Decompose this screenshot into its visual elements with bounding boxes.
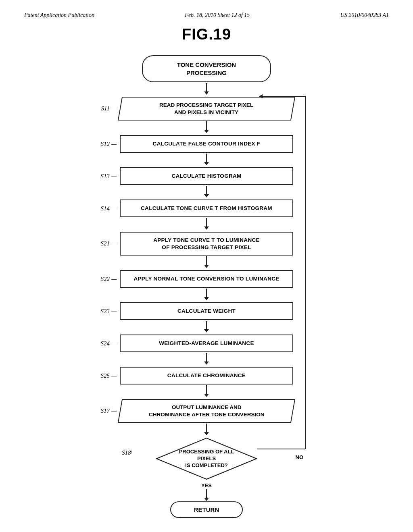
- flow-s25: S25 — CALCULATE CHROMINANCE: [24, 367, 389, 384]
- flow-s22: S22 — APPLY NORMAL TONE CONVERSION TO LU…: [24, 270, 389, 288]
- box-s13: CALCULATE HISTOGRAM: [120, 167, 293, 185]
- figure-title: FIG.19: [24, 26, 389, 43]
- page-header: Patent Application Publication Feb. 18, …: [24, 12, 389, 19]
- box-s21: APPLY TONE CURVE T TO LUMINANCEOF PROCES…: [120, 232, 293, 256]
- arrow-1: [206, 121, 207, 130]
- flow-s11: S11 — READ PROCESSING TARGET PIXELAND PI…: [24, 97, 389, 121]
- arrow-6: [206, 289, 207, 297]
- label-s21: S21 —: [96, 240, 120, 247]
- flowchart: TONE CONVERSIONPROCESSING S11 — READ PRO…: [24, 55, 389, 518]
- no-label: NO: [296, 454, 304, 460]
- flow-s23: S23 — CALCULATE WEIGHT: [24, 302, 389, 320]
- flow-s24: S24 — WEIGHTED-AVERAGE LUMINANCE: [24, 335, 389, 352]
- box-return: RETURN: [170, 501, 243, 518]
- label-s25: S25 —: [96, 372, 120, 379]
- box-start: TONE CONVERSIONPROCESSING: [142, 55, 271, 82]
- label-s24: S24 —: [96, 340, 120, 347]
- arrow-0: [206, 83, 207, 92]
- label-s22: S22 —: [96, 276, 120, 283]
- arrow-2: [206, 154, 207, 162]
- header-left: Patent Application Publication: [24, 12, 94, 19]
- page: Patent Application Publication Feb. 18, …: [0, 0, 413, 532]
- flow-s17: S17 — OUTPUT LUMINANCE ANDCHROMINANCE AF…: [24, 399, 389, 423]
- box-s25: CALCULATE CHROMINANCE: [120, 367, 293, 384]
- flow-s21: S21 — APPLY TONE CURVE T TO LUMINANCEOF …: [24, 232, 389, 256]
- arrow-7: [206, 321, 207, 330]
- arrow-10: [206, 424, 207, 432]
- label-s11: S11 —: [96, 105, 120, 112]
- label-s12: S12 —: [96, 141, 120, 148]
- header-middle: Feb. 18, 2010 Sheet 12 of 15: [185, 12, 250, 19]
- arrow-3: [206, 186, 207, 195]
- box-s14: CALCULATE TONE CURVE T FROM HISTOGRAM: [120, 200, 293, 217]
- flow-start: TONE CONVERSIONPROCESSING: [24, 55, 389, 82]
- label-s18: S18\: [122, 449, 133, 456]
- arrow-8: [206, 353, 207, 362]
- label-s14: S14 —: [96, 205, 120, 212]
- flow-s13: S13 — CALCULATE HISTOGRAM: [24, 167, 389, 185]
- box-s17: OUTPUT LUMINANCE ANDCHROMINANCE AFTER TO…: [118, 399, 295, 423]
- box-s24: WEIGHTED-AVERAGE LUMINANCE: [120, 335, 293, 352]
- box-s12: CALCULATE FALSE CONTOUR INDEX F: [120, 135, 293, 153]
- flow-s12: S12 — CALCULATE FALSE CONTOUR INDEX F: [24, 135, 389, 153]
- flow-end: RETURN: [24, 501, 389, 518]
- label-s13: S13 —: [96, 173, 120, 180]
- box-s18: PROCESSING OF ALL PIXELSIS COMPLETED?: [154, 436, 259, 481]
- header-right: US 2010/0040283 A1: [340, 12, 389, 19]
- box-s11: READ PROCESSING TARGET PIXELAND PIXELS I…: [118, 97, 295, 121]
- arrow-5: [206, 256, 207, 265]
- yes-label: YES: [201, 482, 212, 488]
- box-s22: APPLY NORMAL TONE CONVERSION TO LUMINANC…: [120, 270, 293, 288]
- arrow-yes: [206, 489, 207, 498]
- arrow-9: [206, 385, 207, 394]
- label-s23: S23 —: [96, 308, 120, 315]
- flow-s14: S14 — CALCULATE TONE CURVE T FROM HISTOG…: [24, 200, 389, 217]
- box-s23: CALCULATE WEIGHT: [120, 302, 293, 320]
- arrow-4: [206, 218, 207, 227]
- label-s17: S17 —: [96, 407, 120, 414]
